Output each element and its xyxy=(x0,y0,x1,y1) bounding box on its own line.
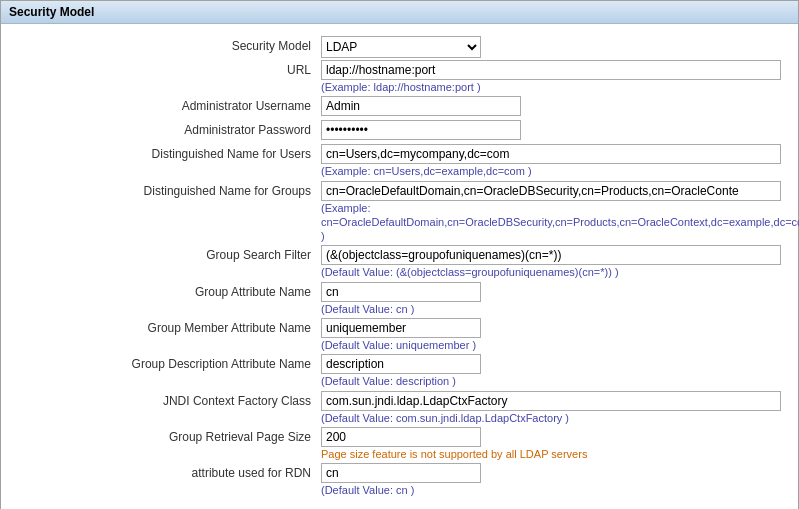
security-model-row: Security Model LDAP Native Custom xyxy=(1,36,798,58)
rdn-hint: (Default Value: cn ) xyxy=(321,484,414,496)
group-attr-name-row: Group Attribute Name (Default Value: cn … xyxy=(1,282,798,316)
url-label: URL xyxy=(1,60,321,77)
jndi-factory-input[interactable] xyxy=(321,391,781,411)
group-search-filter-input[interactable] xyxy=(321,245,781,265)
group-search-filter-hint: (Default Value: (&(objectclass=groupofun… xyxy=(321,266,619,278)
group-member-attr-hint: (Default Value: uniquemember ) xyxy=(321,339,476,351)
rdn-label: attribute used for RDN xyxy=(1,463,321,480)
group-member-attr-row: Group Member Attribute Name (Default Val… xyxy=(1,318,798,352)
retrieval-page-size-input[interactable] xyxy=(321,427,481,447)
admin-password-label: Administrator Password xyxy=(1,120,321,137)
jndi-factory-label: JNDI Context Factory Class xyxy=(1,391,321,408)
group-attr-name-field: (Default Value: cn ) xyxy=(321,282,798,316)
url-input[interactable] xyxy=(321,60,781,80)
admin-password-input[interactable] xyxy=(321,120,521,140)
retrieval-page-size-row: Group Retrieval Page Size Page size feat… xyxy=(1,427,798,461)
dn-groups-hint: (Example: cn=OracleDefaultDomain,cn=Orac… xyxy=(321,202,799,243)
dn-groups-input[interactable] xyxy=(321,181,781,201)
group-search-filter-row: Group Search Filter (Default Value: (&(o… xyxy=(1,245,798,279)
group-desc-attr-label: Group Description Attribute Name xyxy=(1,354,321,371)
retrieval-page-size-label: Group Retrieval Page Size xyxy=(1,427,321,444)
dn-users-label: Distinguished Name for Users xyxy=(1,144,321,161)
rdn-row: attribute used for RDN (Default Value: c… xyxy=(1,463,798,497)
group-desc-attr-hint: (Default Value: description ) xyxy=(321,375,456,387)
admin-username-row: Administrator Username xyxy=(1,96,798,118)
url-field: (Example: ldap://hostname:port ) xyxy=(321,60,798,94)
group-member-attr-label: Group Member Attribute Name xyxy=(1,318,321,335)
retrieval-page-size-field: Page size feature is not supported by al… xyxy=(321,427,798,461)
group-desc-attr-row: Group Description Attribute Name (Defaul… xyxy=(1,354,798,388)
title-bar: Security Model xyxy=(1,1,798,24)
security-model-field: LDAP Native Custom xyxy=(321,36,798,58)
admin-password-field xyxy=(321,120,798,140)
dn-users-input[interactable] xyxy=(321,144,781,164)
dn-users-field: (Example: cn=Users,dc=example,dc=com ) xyxy=(321,144,798,178)
group-desc-attr-input[interactable] xyxy=(321,354,481,374)
form-content: Security Model LDAP Native Custom URL (E… xyxy=(1,24,798,509)
url-row: URL (Example: ldap://hostname:port ) xyxy=(1,60,798,94)
group-member-attr-input[interactable] xyxy=(321,318,481,338)
dn-users-row: Distinguished Name for Users (Example: c… xyxy=(1,144,798,178)
group-member-attr-field: (Default Value: uniquemember ) xyxy=(321,318,798,352)
group-desc-attr-field: (Default Value: description ) xyxy=(321,354,798,388)
rdn-field: (Default Value: cn ) xyxy=(321,463,798,497)
group-search-filter-label: Group Search Filter xyxy=(1,245,321,262)
dn-groups-row: Distinguished Name for Groups (Example: … xyxy=(1,181,798,244)
security-model-window: Security Model Security Model LDAP Nativ… xyxy=(0,0,799,509)
jndi-factory-field: (Default Value: com.sun.jndi.ldap.LdapCt… xyxy=(321,391,798,425)
admin-username-label: Administrator Username xyxy=(1,96,321,113)
jndi-factory-hint: (Default Value: com.sun.jndi.ldap.LdapCt… xyxy=(321,412,569,424)
window-title: Security Model xyxy=(9,5,94,19)
url-hint: (Example: ldap://hostname:port ) xyxy=(321,81,481,93)
group-attr-name-input[interactable] xyxy=(321,282,481,302)
jndi-factory-row: JNDI Context Factory Class (Default Valu… xyxy=(1,391,798,425)
dn-users-hint: (Example: cn=Users,dc=example,dc=com ) xyxy=(321,165,532,177)
dn-groups-label: Distinguished Name for Groups xyxy=(1,181,321,198)
admin-username-input[interactable] xyxy=(321,96,521,116)
retrieval-page-size-hint: Page size feature is not supported by al… xyxy=(321,448,587,460)
group-attr-name-hint: (Default Value: cn ) xyxy=(321,303,414,315)
dn-groups-field: (Example: cn=OracleDefaultDomain,cn=Orac… xyxy=(321,181,799,244)
admin-password-row: Administrator Password xyxy=(1,120,798,142)
rdn-input[interactable] xyxy=(321,463,481,483)
security-model-label: Security Model xyxy=(1,36,321,53)
group-search-filter-field: (Default Value: (&(objectclass=groupofun… xyxy=(321,245,798,279)
group-attr-name-label: Group Attribute Name xyxy=(1,282,321,299)
security-model-select[interactable]: LDAP Native Custom xyxy=(321,36,481,58)
admin-username-field xyxy=(321,96,798,116)
